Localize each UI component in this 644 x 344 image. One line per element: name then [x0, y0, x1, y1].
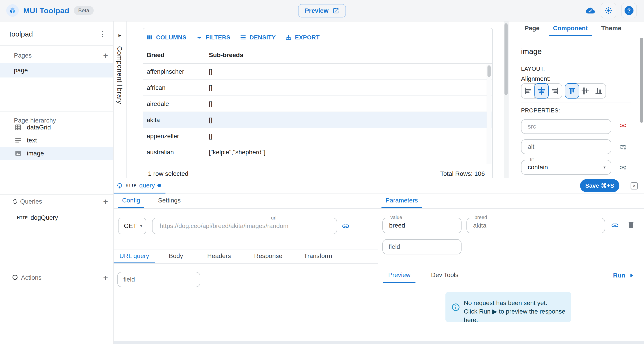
http-badge: HTTP [126, 183, 136, 188]
method-select[interactable]: GET ▾ [118, 218, 146, 234]
preview-button[interactable]: Preview [298, 4, 346, 18]
query-editor-panel: HTTP query Save ⌘+S ✕ Config Settings GE… [114, 178, 644, 341]
brand: MUI Toolpad Beta [6, 0, 94, 21]
query-tab-label: query [139, 182, 155, 189]
inspector-tabs: Page Component Theme [508, 22, 644, 36]
src-field[interactable] [521, 119, 611, 134]
table-row[interactable]: affenpinscher [] [143, 64, 492, 80]
align-center-vertical-button[interactable] [579, 84, 592, 98]
column-header-subbreeds[interactable]: Sub-breeds [209, 52, 243, 59]
divider [0, 269, 113, 269]
tab-body[interactable]: Body [163, 250, 189, 263]
run-button[interactable]: Run [613, 268, 634, 283]
scrollbar-thumb[interactable] [504, 23, 508, 95]
add-binding-link-icon[interactable] [619, 163, 627, 171]
tab-component[interactable]: Component [549, 22, 592, 36]
tab-page[interactable]: Page [520, 22, 544, 36]
filters-label: FILTERS [206, 34, 230, 41]
alt-field[interactable] [521, 139, 611, 154]
project-row: toolpad ⋮ [0, 28, 113, 40]
filters-button[interactable]: FILTERS [196, 34, 230, 41]
unsaved-changes-dot [158, 184, 161, 187]
explorer-sidebar: toolpad ⋮ Pages + page Page hierarchy da… [0, 22, 114, 344]
hierarchy-item-text[interactable]: text [0, 134, 113, 147]
help-button[interactable]: ? [621, 3, 637, 18]
add-query-button[interactable]: + [102, 198, 110, 206]
align-left-button[interactable] [522, 84, 535, 98]
query-item-dogquery[interactable]: HTTP dogQuery [0, 211, 113, 224]
binding-error-link-icon[interactable] [619, 121, 627, 129]
density-button[interactable]: DENSITY [240, 34, 276, 41]
tab-headers[interactable]: Headers [202, 250, 237, 263]
scrollbar-thumb[interactable] [640, 38, 643, 123]
align-center-horizontal-button[interactable] [534, 83, 549, 99]
export-label: EXPORT [295, 34, 320, 41]
add-action-button[interactable]: + [102, 274, 110, 282]
sidebar-item-page[interactable]: page [0, 63, 113, 78]
datagrid-component[interactable]: COLUMNS FILTERS DENSITY [143, 28, 493, 178]
pages-header-label: Pages [14, 52, 32, 59]
cell-breed: australian [147, 149, 174, 156]
page-canvas: COLUMNS FILTERS DENSITY [126, 22, 504, 178]
tab-dev-tools[interactable]: Dev Tools [426, 268, 463, 283]
tab-preview[interactable]: Preview [383, 268, 416, 283]
datagrid-footer: 1 row selected Total Rows: 106 [143, 165, 492, 178]
export-button[interactable]: EXPORT [285, 34, 320, 41]
table-row[interactable]: australian ["kelpie","shepherd"] [143, 144, 492, 160]
selection-count: 1 row selected [148, 170, 188, 177]
download-icon [285, 34, 292, 41]
cell-subbreeds: ["kelpie","shepherd"] [209, 149, 266, 156]
tab-transform[interactable]: Transform [298, 250, 338, 263]
tab-settings[interactable]: Settings [154, 194, 185, 208]
hierarchy-item-image[interactable]: image [0, 147, 113, 160]
expand-arrow-icon[interactable]: ▶ [114, 33, 126, 37]
url-input[interactable] [152, 218, 337, 234]
tab-config[interactable]: Config [118, 194, 144, 208]
save-button[interactable]: Save ⌘+S [580, 179, 620, 192]
alert-text-line1: No request has been sent yet. [464, 299, 571, 307]
kebab-menu-icon[interactable]: ⋮ [99, 30, 106, 38]
bind-param-link-icon[interactable] [611, 221, 619, 229]
add-binding-link-icon[interactable] [619, 143, 627, 151]
tab-response[interactable]: Response [248, 250, 288, 263]
tab-url-query[interactable]: URL query [114, 250, 155, 263]
columns-button[interactable]: COLUMNS [146, 34, 186, 41]
align-right-button[interactable] [548, 84, 562, 98]
inspector-panel: Page Component Theme image LAYOUT: Align… [508, 22, 644, 178]
canvas-scrollbar[interactable] [504, 22, 508, 178]
bind-url-link-icon[interactable] [342, 222, 350, 230]
close-icon[interactable]: ✕ [630, 182, 638, 190]
tab-theme[interactable]: Theme [597, 22, 625, 36]
table-row[interactable]: airedale [] [143, 96, 492, 112]
scrollbar-thumb[interactable] [488, 65, 490, 77]
table-row[interactable]: appenzeller [] [143, 128, 492, 144]
fit-value: contain [528, 164, 548, 171]
table-row-selected[interactable]: akita [] [143, 112, 492, 128]
delete-param-trash-icon[interactable] [627, 221, 635, 229]
align-top-button[interactable] [565, 83, 579, 99]
url-query-field-input[interactable] [117, 272, 200, 287]
component-library-panel[interactable]: ▶ Component library [114, 22, 126, 178]
vertical-alignment-group [565, 83, 606, 99]
actions-header-label: Actions [21, 274, 42, 281]
table-row[interactable]: african [] [143, 80, 492, 96]
hierarchy-item-label: image [27, 150, 44, 157]
layout-section-label: LAYOUT: [521, 65, 545, 72]
theme-toggle-button[interactable] [600, 3, 616, 18]
no-request-alert: No request has been sent yet. Click Run … [446, 292, 571, 322]
cloud-saved-icon [585, 6, 596, 15]
add-page-button[interactable]: + [102, 52, 110, 60]
datagrid-scrollbar[interactable] [486, 65, 492, 164]
divider [521, 103, 631, 103]
hierarchy-item-datagrid[interactable]: dataGrid [0, 121, 113, 134]
column-header-breed[interactable]: Breed [147, 52, 164, 59]
tab-parameters[interactable]: Parameters [382, 194, 422, 208]
query-editor-tab[interactable]: HTTP query [114, 178, 166, 194]
cell-breed: akita [147, 116, 160, 124]
new-param-field-input[interactable] [382, 239, 462, 254]
cell-subbreeds: [] [209, 133, 212, 140]
alignment-label: Alignment: [521, 75, 550, 82]
cell-subbreeds: [] [209, 100, 212, 107]
align-bottom-button[interactable] [592, 84, 606, 98]
play-icon [628, 272, 634, 279]
